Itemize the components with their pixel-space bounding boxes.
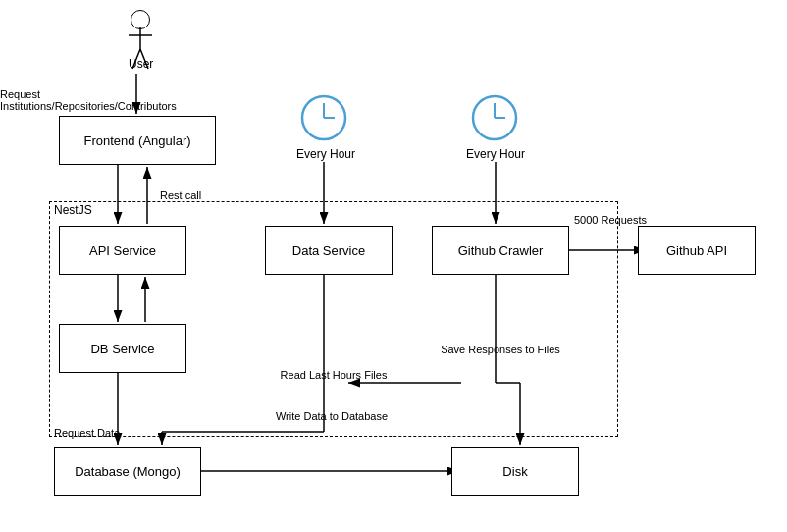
user-actor: [126, 10, 155, 86]
github-crawler-box: Github Crawler: [432, 226, 569, 275]
write-data-label: Write Data to Database: [253, 410, 410, 422]
clock-1-icon: [299, 93, 348, 145]
nestjs-label: NestJS: [54, 203, 92, 217]
db-service-box: DB Service: [59, 324, 186, 373]
every-hour-1-label: Every Hour: [291, 147, 360, 161]
database-box: Database (Mongo): [54, 447, 201, 496]
read-last-hours-label: Read Last Hours Files: [255, 369, 412, 381]
request-data-label: Request Data: [54, 427, 120, 439]
user-label: User: [129, 57, 153, 71]
frontend-box: Frontend (Angular): [59, 116, 216, 165]
request-label: Request Institutions/Repositories/Contri…: [0, 88, 196, 112]
every-hour-2-label: Every Hour: [461, 147, 530, 161]
rest-call-label: Rest call: [160, 189, 201, 201]
api-service-box: API Service: [59, 226, 186, 275]
github-api-box: Github API: [638, 226, 756, 275]
architecture-diagram: User Request Institutions/Repositories/C…: [0, 0, 787, 532]
disk-box: Disk: [451, 447, 579, 496]
clock-2-icon: [470, 93, 519, 145]
save-responses-label: Save Responses to Files: [427, 344, 574, 355]
5000-requests-label: 5000 Requests: [574, 214, 647, 226]
data-service-box: Data Service: [265, 226, 393, 275]
